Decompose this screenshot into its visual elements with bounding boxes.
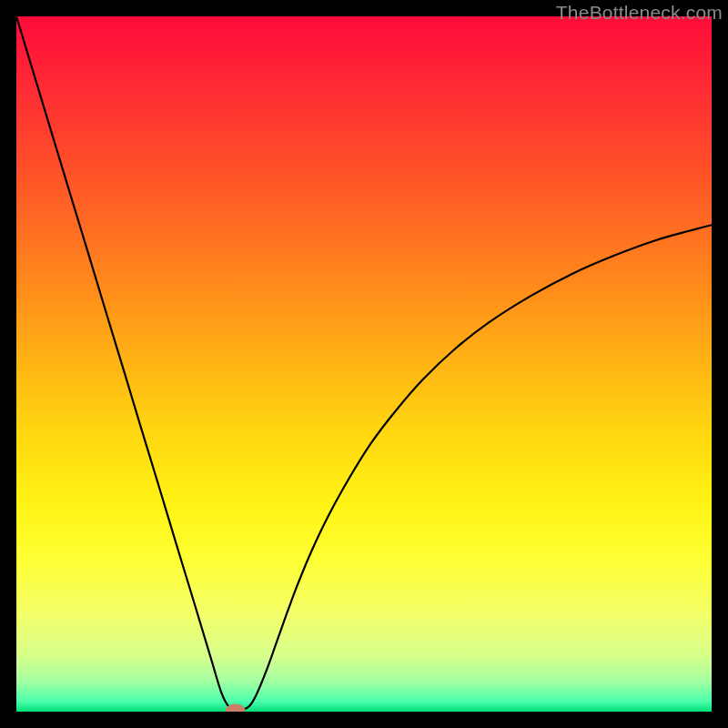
watermark-text: TheBottleneck.com <box>556 2 723 24</box>
chart-frame <box>16 16 712 712</box>
gradient-background <box>16 16 712 712</box>
chart-plot <box>16 16 712 712</box>
